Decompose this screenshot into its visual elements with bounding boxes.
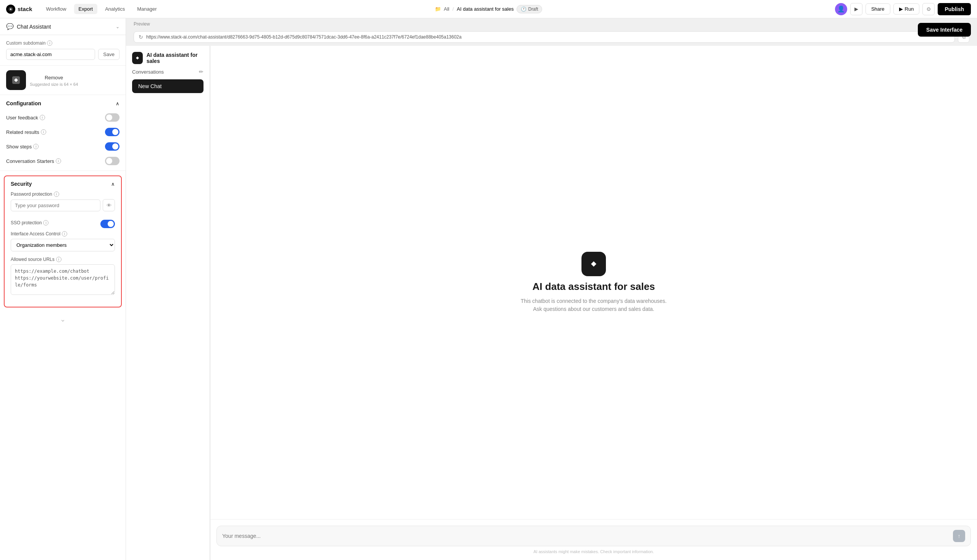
reload-icon[interactable]: ↻ [139, 34, 143, 40]
access-control-label: Interface Access Control i [11, 231, 115, 237]
access-control-info-icon[interactable]: i [62, 231, 67, 237]
conversation-starters-label: Conversation Starters i [6, 158, 61, 164]
eye-icon: 👁 [107, 203, 112, 208]
nav-arrow-button[interactable]: ▶ [850, 3, 862, 15]
run-play-icon: ▶ [899, 6, 903, 12]
security-body: Password protection i 👁 SSO protection [5, 190, 121, 307]
chat-center-title: AI data assistant for sales [533, 281, 655, 293]
chat-message-input[interactable] [222, 533, 950, 539]
chat-sidebar: AI data assistant for sales Conversation… [126, 46, 210, 560]
sso-protection-row: SSO protection i [11, 217, 115, 231]
user-feedback-info-icon[interactable]: i [40, 115, 45, 120]
show-steps-info-icon[interactable]: i [33, 144, 38, 149]
settings-button[interactable]: ⊙ [922, 3, 935, 15]
logo-text: stack [18, 6, 32, 12]
password-protection-group: Password protection i 👁 [11, 192, 115, 211]
nav-tab-export[interactable]: Export [74, 4, 98, 14]
toggle-row-conversation-starters: Conversation Starters i [0, 154, 125, 170]
allowed-urls-textarea[interactable]: https://example.com/chatbot https://your… [11, 264, 115, 295]
sidebar-title-row: 💬 Chat Assistant [6, 23, 51, 30]
allowed-urls-info-icon[interactable]: i [56, 257, 62, 262]
app-logo: stack [6, 5, 32, 14]
configuration-collapse-icon: ∧ [116, 101, 119, 107]
configuration-section: Configuration ∧ User feedback i Related … [0, 95, 125, 171]
new-chat-button[interactable]: New Chat [132, 79, 204, 93]
sso-info-icon[interactable]: i [43, 220, 49, 225]
publish-button[interactable]: Publish [938, 3, 971, 15]
chat-app-logo [132, 52, 143, 64]
allowed-urls-group: Allowed source URLs i https://example.co… [11, 257, 115, 296]
main-content: Save Interface Preview ↻ https://www.sta… [126, 18, 977, 560]
top-nav: stack Workflow Export Analytics Manager … [0, 0, 977, 18]
breadcrumb-all[interactable]: All [444, 6, 449, 12]
nav-tab-analytics[interactable]: Analytics [100, 4, 129, 14]
subdomain-row: Save [6, 49, 119, 60]
toggle-row-related-results: Related results i [0, 125, 125, 139]
subdomain-info-icon[interactable]: i [47, 40, 52, 46]
toggle-row-user-feedback: User feedback i [0, 110, 125, 125]
sidebar-title: Chat Assistant [17, 23, 51, 30]
chat-app-name: AI data assistant for sales [147, 52, 204, 64]
chat-subtitle-line1: This chatbot is connected to the company… [521, 297, 667, 305]
save-interface-button[interactable]: Save Interface [918, 23, 971, 37]
send-icon: ↑ [958, 533, 960, 539]
sso-protection-toggle[interactable] [100, 220, 115, 228]
chat-send-button[interactable]: ↑ [953, 530, 965, 542]
password-input[interactable] [11, 200, 100, 211]
related-results-label: Related results i [6, 129, 46, 135]
run-button[interactable]: ▶ Run [893, 3, 920, 15]
edit-icon[interactable]: ✏ [199, 69, 204, 75]
sidebar-header: 💬 Chat Assistant ⌄ [0, 18, 125, 35]
logo-actions: Remove Suggested size is 64 × 64 [30, 74, 78, 87]
chat-center-logo [582, 252, 606, 276]
draft-label: Draft [528, 7, 538, 12]
chat-main: AI data assistant for sales This chatbot… [210, 46, 977, 560]
url-input-wrapper: ↻ https://www.stack-ai.com/chat-assistan… [134, 31, 955, 43]
conversation-starters-toggle[interactable] [105, 157, 119, 165]
chat-app-header: AI data assistant for sales [132, 52, 204, 64]
scroll-down-indicator: ⌄ [0, 312, 125, 327]
nav-right: 👤 ▶ Share ▶ Run ⊙ Publish [835, 3, 971, 15]
chat-center-subtitle: This chatbot is connected to the company… [521, 297, 667, 313]
security-header: Security ∧ [5, 176, 121, 190]
preview-bar: Preview [126, 18, 977, 30]
left-sidebar: 💬 Chat Assistant ⌄ Custom subdomain i Sa… [0, 18, 126, 560]
nav-tab-manager[interactable]: Manager [132, 4, 161, 14]
access-control-select[interactable]: Organization membersPublicPrivate [11, 239, 115, 252]
draft-icon: 🕐 [521, 7, 527, 12]
allowed-urls-label: Allowed source URLs i [11, 257, 115, 262]
main-layout: 💬 Chat Assistant ⌄ Custom subdomain i Sa… [0, 18, 977, 560]
logo-section: Remove Suggested size is 64 × 64 [0, 66, 125, 95]
subdomain-label: Custom subdomain i [6, 40, 119, 46]
configuration-title: Configuration [6, 100, 41, 107]
user-feedback-toggle[interactable] [105, 113, 119, 122]
sidebar-chevron-icon[interactable]: ⌄ [116, 24, 119, 29]
logo-icon [6, 5, 15, 14]
subdomain-input[interactable] [6, 49, 95, 60]
chat-subtitle-line2: Ask questions about our customers and sa… [521, 305, 667, 313]
related-results-info-icon[interactable]: i [41, 129, 46, 135]
avatar: 👤 [835, 3, 847, 15]
nav-tab-workflow[interactable]: Workflow [41, 4, 70, 14]
share-button[interactable]: Share [865, 3, 890, 15]
subdomain-save-button[interactable]: Save [98, 49, 119, 60]
conversations-label: Conversations [132, 69, 164, 75]
related-results-toggle[interactable] [105, 128, 119, 136]
security-collapse-icon[interactable]: ∧ [111, 181, 115, 187]
chat-icon: 💬 [6, 23, 14, 30]
show-steps-toggle[interactable] [105, 142, 119, 151]
sso-protection-label: SSO protection i [11, 220, 49, 225]
password-visibility-toggle[interactable]: 👁 [103, 199, 115, 211]
conversation-starters-info-icon[interactable]: i [56, 158, 61, 163]
logo-remove-button[interactable]: Remove [30, 74, 78, 81]
toggle-row-show-steps: Show steps i [0, 139, 125, 154]
password-info-icon[interactable]: i [54, 192, 59, 197]
chat-input-area: ↑ AI assistants might make mistakes. Che… [210, 519, 977, 560]
configuration-header[interactable]: Configuration ∧ [0, 95, 125, 110]
chat-window-inner: AI data assistant for sales Conversation… [126, 46, 977, 560]
chat-preview-window: AI data assistant for sales Conversation… [126, 46, 977, 560]
url-bar: ↻ https://www.stack-ai.com/chat-assistan… [126, 30, 977, 46]
password-input-row: 👁 [11, 199, 115, 211]
breadcrumb-folder-icon: 📁 [435, 6, 441, 12]
chat-disclaimer: AI assistants might make mistakes. Check… [216, 549, 971, 554]
